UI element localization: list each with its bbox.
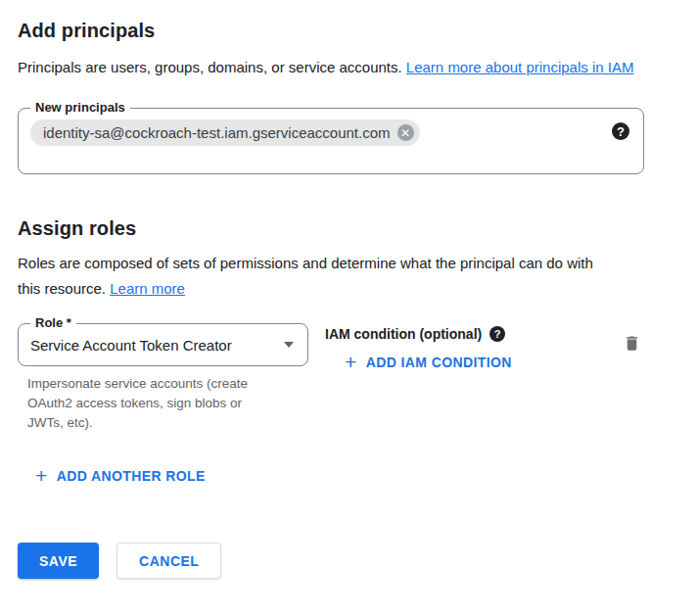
add-principals-panel: Add principals Principals are users, gro… <box>0 0 698 579</box>
delete-role-column <box>621 331 643 357</box>
help-icon[interactable]: ? <box>612 122 629 140</box>
iam-condition-label: IAM condition (optional) <box>325 326 482 342</box>
plus-icon: + <box>345 355 357 370</box>
principal-chip-text: identity-sa@cockroach-test.iam.gservicea… <box>43 124 391 141</box>
help-icon[interactable]: ? <box>489 326 505 342</box>
question-mark-glyph: ? <box>494 328 501 340</box>
principals-description-text: Principals are users, groups, domains, o… <box>18 59 406 75</box>
principal-chip: identity-sa@cockroach-test.iam.gservicea… <box>30 119 420 146</box>
role-row: Role * Service Account Token Creator Imp… <box>18 323 644 433</box>
role-label: Role * <box>30 315 76 331</box>
remove-principal-icon[interactable]: ✕ <box>397 124 414 141</box>
save-button[interactable]: SAVE <box>18 543 99 579</box>
roles-description: Roles are composed of sets of permission… <box>18 251 615 302</box>
new-principals-label: New principals <box>30 100 130 116</box>
role-helper-text: Impersonate service accounts (create OAu… <box>27 374 277 433</box>
action-buttons: SAVE CANCEL <box>18 543 644 579</box>
iam-condition-column: IAM condition (optional) ? + ADD IAM CON… <box>325 323 621 373</box>
add-another-role-label: ADD ANOTHER ROLE <box>57 468 206 484</box>
plus-icon: + <box>35 468 48 484</box>
close-icon: ✕ <box>400 127 410 139</box>
trash-icon <box>623 333 641 354</box>
roles-description-text: Roles are composed of sets of permission… <box>18 255 593 297</box>
role-selected-value: Service Account Token Creator <box>30 337 284 354</box>
learn-more-roles-link[interactable]: Learn more <box>110 280 185 297</box>
role-select[interactable]: Role * Service Account Token Creator <box>18 323 308 366</box>
delete-role-button[interactable] <box>621 331 643 355</box>
add-another-role-button[interactable]: + ADD ANOTHER ROLE <box>35 468 206 484</box>
learn-more-principals-link[interactable]: Learn more about principals in IAM <box>406 59 634 75</box>
assign-roles-title: Assign roles <box>18 215 644 241</box>
add-iam-condition-button[interactable]: + ADD IAM CONDITION <box>345 355 512 370</box>
role-column: Role * Service Account Token Creator Imp… <box>18 323 308 433</box>
page-title: Add principals <box>18 18 644 43</box>
principals-description: Principals are users, groups, domains, o… <box>18 55 644 80</box>
new-principals-field[interactable]: New principals identity-sa@cockroach-tes… <box>18 108 644 174</box>
chevron-down-icon <box>284 342 294 348</box>
add-iam-condition-label: ADD IAM CONDITION <box>366 355 512 370</box>
question-mark-glyph: ? <box>617 124 625 139</box>
cancel-button[interactable]: CANCEL <box>116 543 221 579</box>
iam-condition-label-row: IAM condition (optional) ? <box>325 326 621 342</box>
